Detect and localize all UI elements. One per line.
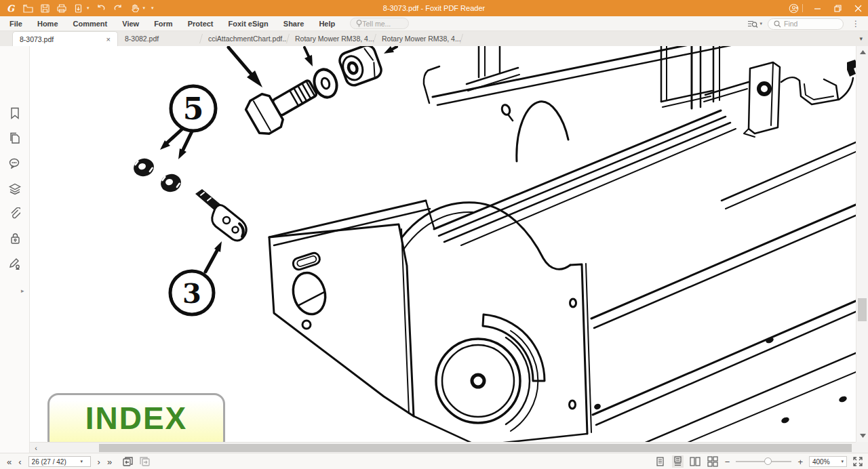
tell-me-search[interactable] <box>350 18 409 29</box>
scroll-down-icon[interactable] <box>858 431 867 441</box>
menu-home[interactable]: Home <box>37 20 58 28</box>
security-icon[interactable] <box>7 231 22 246</box>
next-view-button[interactable] <box>140 457 150 466</box>
page-navigation: « ‹ ▾ › » <box>7 453 150 469</box>
pdf-page-view[interactable]: 5 <box>30 46 856 442</box>
find-input[interactable] <box>784 20 837 28</box>
titlebar-divider <box>802 4 803 12</box>
zoom-slider[interactable] <box>736 457 791 466</box>
foxit-logo-icon[interactable]: G <box>5 3 16 14</box>
menu-bar: File Home Comment View Form Protect Foxi… <box>0 16 868 31</box>
tab-rotary-mower-1[interactable]: Rotary Mower RM38, 4... <box>288 31 374 46</box>
tab-label: Rotary Mower RM38, 4... <box>382 35 461 43</box>
mounting-plate <box>744 62 780 137</box>
fullscreen-icon[interactable] <box>853 457 863 466</box>
first-page-button[interactable]: « <box>7 457 12 466</box>
collapse-panel-icon[interactable]: ▸ <box>21 287 24 294</box>
previous-view-button[interactable] <box>123 457 133 466</box>
tab-close-icon[interactable]: × <box>106 35 111 43</box>
vertical-scroll-thumb[interactable] <box>858 298 867 321</box>
save-icon[interactable] <box>39 3 50 14</box>
tab-label: cciAttachmentChart.pdf... <box>208 35 288 43</box>
export-caret-icon[interactable]: ▾ <box>87 5 90 11</box>
comments-icon[interactable] <box>7 156 22 171</box>
menu-comment[interactable]: Comment <box>73 20 108 28</box>
tab-list-caret-icon[interactable]: ▾ <box>859 35 863 42</box>
print-icon[interactable] <box>56 3 67 14</box>
tab-rotary-mower-2[interactable]: Rotary Mower RM38, 4... <box>375 31 461 46</box>
callout-5-label: 5 <box>183 91 204 126</box>
menubar-right-cluster: ▾ ⋮ <box>747 16 863 31</box>
zoom-slider-handle[interactable] <box>764 457 772 465</box>
close-button[interactable] <box>848 0 868 16</box>
next-page-button[interactable]: › <box>98 457 100 466</box>
view-zoom-controls: − + ▾ <box>654 453 863 469</box>
tab-label: Rotary Mower RM38, 4... <box>295 35 374 43</box>
undo-icon[interactable] <box>96 3 106 14</box>
front-bracket <box>269 201 434 416</box>
zoom-combo-caret-icon[interactable]: ▾ <box>841 459 844 464</box>
foxit-pdf-reader-window: G ▾ ▾ ▾ <box>0 0 868 469</box>
single-page-view-icon[interactable] <box>654 455 666 468</box>
page-combo-caret-icon[interactable]: ▾ <box>81 459 83 464</box>
document-tab-bar: 8-3073.pdf × 8-3082.pdf cciAttachmentCha… <box>0 31 868 46</box>
horizontal-scrollbar[interactable]: ‹ <box>30 442 856 453</box>
scroll-up-icon[interactable] <box>858 47 867 57</box>
last-page-button[interactable]: » <box>107 457 112 466</box>
layers-icon[interactable] <box>7 181 22 196</box>
page-number-combo[interactable]: ▾ <box>28 456 91 467</box>
lightbulb-icon <box>356 20 362 28</box>
digital-signature-icon[interactable] <box>7 256 22 271</box>
zoom-level-combo[interactable]: ▾ <box>809 456 847 467</box>
menu-form[interactable]: Form <box>154 20 173 28</box>
customize-toolbar-icon[interactable]: ▾ <box>151 5 154 11</box>
spacer-bushing <box>338 46 384 87</box>
callout-5-balloon: 5 <box>160 86 216 159</box>
callout-3-label: 3 <box>182 277 201 309</box>
page-thumbnails-icon[interactable] <box>7 131 22 146</box>
index-link-button[interactable]: INDEX <box>47 393 225 442</box>
restore-button[interactable] <box>827 0 848 16</box>
tab-8-3073[interactable]: 8-3073.pdf × <box>12 31 118 46</box>
redo-icon[interactable] <box>113 3 123 14</box>
zoom-in-button[interactable]: + <box>797 457 803 466</box>
lock-nuts <box>132 157 183 195</box>
hand-tool-caret-icon[interactable]: ▾ <box>143 5 146 11</box>
vertical-scrollbar[interactable] <box>856 46 868 442</box>
bookmarks-icon[interactable] <box>7 106 22 121</box>
minimize-button[interactable] <box>807 0 827 16</box>
menu-view[interactable]: View <box>122 20 139 28</box>
more-options-icon[interactable]: ⋮ <box>849 19 863 28</box>
tab-cci-attachment-chart[interactable]: cciAttachmentChart.pdf... <box>201 31 288 46</box>
scroll-left-icon[interactable]: ‹ <box>31 443 41 453</box>
hook-bracket <box>839 60 856 100</box>
navigation-sidebar: ▸ <box>0 46 30 453</box>
open-file-icon[interactable] <box>22 3 33 14</box>
advanced-search-icon[interactable]: ▾ <box>747 20 762 28</box>
clevis-link <box>195 189 246 241</box>
callout-3-balloon: 3 <box>170 241 222 314</box>
status-bar: « ‹ ▾ › » <box>0 453 868 469</box>
menu-share[interactable]: Share <box>283 20 304 28</box>
zoom-out-button[interactable]: − <box>725 457 730 466</box>
facing-view-icon[interactable] <box>690 455 701 468</box>
continuous-view-icon[interactable] <box>672 455 684 468</box>
menu-foxit-esign[interactable]: Foxit eSign <box>229 20 269 28</box>
export-icon[interactable] <box>73 3 84 14</box>
page-number-input[interactable] <box>32 458 81 466</box>
stepped-bracket <box>781 77 838 104</box>
menu-protect[interactable]: Protect <box>188 20 214 28</box>
continuous-facing-view-icon[interactable] <box>707 455 719 468</box>
zoom-level-input[interactable] <box>812 458 837 466</box>
advanced-search-caret-icon[interactable]: ▾ <box>760 21 762 26</box>
tell-me-input[interactable] <box>362 20 403 28</box>
menu-help[interactable]: Help <box>319 20 335 28</box>
menu-file[interactable]: File <box>9 20 22 28</box>
previous-page-button[interactable]: ‹ <box>18 457 21 466</box>
hand-tool-icon[interactable] <box>130 3 140 14</box>
horizontal-scroll-thumb[interactable] <box>99 444 852 452</box>
find-box[interactable] <box>768 18 844 30</box>
account-caret-icon[interactable]: ▾ <box>795 5 798 11</box>
tab-8-3082[interactable]: 8-3082.pdf <box>118 31 201 46</box>
attachments-icon[interactable] <box>7 206 22 221</box>
